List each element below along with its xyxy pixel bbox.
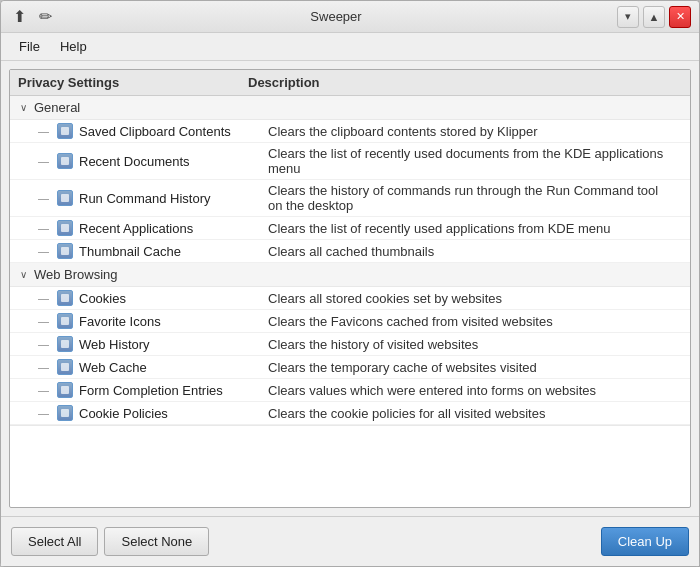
- item-label-web-history: Web History: [79, 337, 150, 352]
- bottom-left-buttons: Select All Select None: [11, 527, 209, 556]
- chevron-general: ∨: [16, 101, 30, 115]
- empty-area: [10, 425, 690, 485]
- item-label-recent-apps: Recent Applications: [79, 221, 193, 236]
- item-desc-cookies: Clears all stored cookies set by website…: [268, 291, 682, 306]
- item-label-saved-clipboard: Saved Clipboard Contents: [79, 124, 231, 139]
- checkbox-form-completion[interactable]: [57, 382, 73, 398]
- item-desc-saved-clipboard: Clears the clipboard contents stored by …: [268, 124, 682, 139]
- chevron-web-browsing: ∨: [16, 268, 30, 282]
- checkbox-cookie-policies[interactable]: [57, 405, 73, 421]
- checkbox-saved-clipboard[interactable]: [57, 123, 73, 139]
- list-item: — Cookies Clears all stored cookies set …: [10, 287, 690, 310]
- item-left: — Cookies: [38, 290, 268, 306]
- menu-file[interactable]: File: [9, 35, 50, 58]
- dash-icon: —: [38, 338, 49, 350]
- item-left: — Web Cache: [38, 359, 268, 375]
- item-left: — Cookie Policies: [38, 405, 268, 421]
- item-left: — Web History: [38, 336, 268, 352]
- group-web-browsing-label: Web Browsing: [34, 267, 118, 282]
- list-item: — Form Completion Entries Clears values …: [10, 379, 690, 402]
- title-bar-left: ⬆ ✏: [9, 7, 55, 27]
- item-label-cookie-policies: Cookie Policies: [79, 406, 168, 421]
- title-btn-close[interactable]: ✕: [669, 6, 691, 28]
- item-desc-web-history: Clears the history of visited websites: [268, 337, 682, 352]
- item-label-cookies: Cookies: [79, 291, 126, 306]
- checkbox-recent-apps[interactable]: [57, 220, 73, 236]
- menu-help[interactable]: Help: [50, 35, 97, 58]
- window: ⬆ ✏ Sweeper ▾ ▲ ✕ File Help Privacy Sett…: [0, 0, 700, 567]
- list-item: — Saved Clipboard Contents Clears the cl…: [10, 120, 690, 143]
- list-item: — Recent Documents Clears the list of re…: [10, 143, 690, 180]
- item-desc-thumbnail-cache: Clears all cached thumbnails: [268, 244, 682, 259]
- list-item: — Cookie Policies Clears the cookie poli…: [10, 402, 690, 425]
- item-label-fav-icons: Favorite Icons: [79, 314, 161, 329]
- item-desc-form-completion: Clears values which were entered into fo…: [268, 383, 682, 398]
- item-left: — Recent Applications: [38, 220, 268, 236]
- checkbox-run-history[interactable]: [57, 190, 73, 206]
- dash-icon: —: [38, 192, 49, 204]
- item-left: — Run Command History: [38, 190, 268, 206]
- item-desc-run-history: Clears the history of commands run throu…: [268, 183, 682, 213]
- item-desc-web-cache: Clears the temporary cache of websites v…: [268, 360, 682, 375]
- item-left: — Favorite Icons: [38, 313, 268, 329]
- item-label-thumbnail-cache: Thumbnail Cache: [79, 244, 181, 259]
- checkbox-cookies[interactable]: [57, 290, 73, 306]
- checkbox-web-history[interactable]: [57, 336, 73, 352]
- col2-header: Description: [248, 75, 682, 90]
- group-general[interactable]: ∨ General: [10, 96, 690, 120]
- window-title: Sweeper: [55, 9, 617, 24]
- list-item: — Run Command History Clears the history…: [10, 180, 690, 217]
- select-all-button[interactable]: Select All: [11, 527, 98, 556]
- dash-icon: —: [38, 245, 49, 257]
- title-bar-controls: ▾ ▲ ✕: [617, 6, 691, 28]
- item-label-web-cache: Web Cache: [79, 360, 147, 375]
- bottom-bar: Select All Select None Clean Up: [1, 516, 699, 566]
- checkbox-fav-icons[interactable]: [57, 313, 73, 329]
- list-item: — Recent Applications Clears the list of…: [10, 217, 690, 240]
- title-btn-minimize[interactable]: ▲: [643, 6, 665, 28]
- item-left: — Saved Clipboard Contents: [38, 123, 268, 139]
- checkbox-thumbnail-cache[interactable]: [57, 243, 73, 259]
- dash-icon: —: [38, 407, 49, 419]
- list-item: — Thumbnail Cache Clears all cached thum…: [10, 240, 690, 263]
- item-left: — Recent Documents: [38, 153, 268, 169]
- item-desc-recent-docs: Clears the list of recently used documen…: [268, 146, 682, 176]
- title-btn-dropdown[interactable]: ▾: [617, 6, 639, 28]
- group-general-label: General: [34, 100, 80, 115]
- dash-icon: —: [38, 222, 49, 234]
- main-content: Privacy Settings Description ∨ General —…: [1, 61, 699, 516]
- dash-icon: —: [38, 384, 49, 396]
- list-item: — Favorite Icons Clears the Favicons cac…: [10, 310, 690, 333]
- checkbox-recent-docs[interactable]: [57, 153, 73, 169]
- dash-icon: —: [38, 125, 49, 137]
- dash-icon: —: [38, 155, 49, 167]
- list-item: — Web Cache Clears the temporary cache o…: [10, 356, 690, 379]
- item-label-run-history: Run Command History: [79, 191, 211, 206]
- dash-icon: —: [38, 292, 49, 304]
- clean-up-button[interactable]: Clean Up: [601, 527, 689, 556]
- group-web-browsing[interactable]: ∨ Web Browsing: [10, 263, 690, 287]
- item-label-recent-docs: Recent Documents: [79, 154, 190, 169]
- window-icon-up: ⬆: [9, 7, 29, 27]
- item-desc-fav-icons: Clears the Favicons cached from visited …: [268, 314, 682, 329]
- title-bar: ⬆ ✏ Sweeper ▾ ▲ ✕: [1, 1, 699, 33]
- tree-header: Privacy Settings Description: [10, 70, 690, 96]
- item-desc-cookie-policies: Clears the cookie policies for all visit…: [268, 406, 682, 421]
- checkbox-web-cache[interactable]: [57, 359, 73, 375]
- select-none-button[interactable]: Select None: [104, 527, 209, 556]
- list-item: — Web History Clears the history of visi…: [10, 333, 690, 356]
- item-label-form-completion: Form Completion Entries: [79, 383, 223, 398]
- window-icon-edit: ✏: [35, 7, 55, 27]
- col1-header: Privacy Settings: [18, 75, 248, 90]
- dash-icon: —: [38, 361, 49, 373]
- item-desc-recent-apps: Clears the list of recently used applica…: [268, 221, 682, 236]
- menu-bar: File Help: [1, 33, 699, 61]
- item-left: — Thumbnail Cache: [38, 243, 268, 259]
- tree-container: Privacy Settings Description ∨ General —…: [9, 69, 691, 508]
- dash-icon: —: [38, 315, 49, 327]
- item-left: — Form Completion Entries: [38, 382, 268, 398]
